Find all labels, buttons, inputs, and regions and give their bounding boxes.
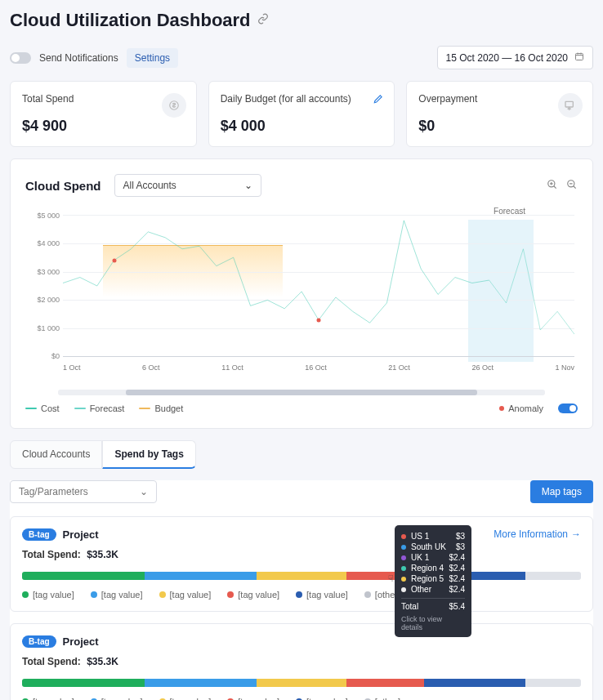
card-total-spend-title: Total Spend — [22, 93, 185, 105]
bar-segment[interactable] — [525, 572, 581, 580]
map-tags-button[interactable]: Map tags — [530, 480, 593, 503]
legend-budget: Budget — [154, 404, 183, 413]
legend-item: [tag value] — [296, 590, 348, 600]
account-select[interactable]: All Accounts ⌄ — [114, 174, 261, 197]
project-legend: [tag value][tag value][tag value][tag va… — [22, 697, 581, 700]
dollar-icon — [162, 93, 186, 118]
legend-item: [tag value] — [22, 697, 74, 700]
zoom-out-icon[interactable] — [566, 179, 578, 193]
legend-anomaly: Anomaly — [508, 404, 543, 413]
overpayment-icon — [558, 93, 583, 118]
zoom-in-icon[interactable] — [547, 179, 558, 193]
card-total-spend-value: $4 900 — [22, 118, 185, 135]
total-spend-value: $35.3K — [87, 549, 118, 560]
notifications-label: Send Notifications — [39, 52, 118, 64]
arrow-right-icon: → — [571, 528, 581, 540]
date-range-picker[interactable]: 15 Oct 2020 — 16 Oct 2020 — [437, 46, 593, 69]
total-spend-value: $35.3K — [87, 656, 118, 667]
chart-plot[interactable] — [63, 215, 574, 357]
total-spend-label: Total Spend: — [22, 656, 81, 667]
chevron-down-icon: ⌄ — [244, 180, 252, 191]
project-tag-badge: B-tag — [22, 635, 56, 648]
chart-scrollbar-thumb[interactable] — [126, 390, 476, 395]
cursor-icon: ☟ — [388, 573, 394, 584]
link-icon[interactable] — [257, 13, 269, 28]
x-axis: 1 Oct6 Oct11 Oct16 Oct21 Oct26 Oct1 Nov — [63, 363, 574, 375]
project-card: B-tag Project Total Spend: $35.3K [tag v… — [10, 623, 593, 700]
legend-item: [tag value] — [227, 590, 279, 600]
legend-item: [tag value] — [227, 697, 279, 700]
card-daily-budget: Daily Budget (for all accounts) $4 000 — [208, 81, 395, 147]
legend-item: [tag value] — [296, 697, 348, 700]
legend-item: [tag value] — [91, 590, 143, 600]
bar-segment[interactable] — [145, 572, 257, 580]
stacked-bar[interactable] — [22, 679, 581, 687]
y-axis: $5 000$4 000$3 000$2 000$1 000$0 — [25, 212, 60, 360]
bar-segment[interactable] — [22, 572, 145, 580]
bar-segment[interactable] — [145, 679, 257, 687]
chevron-down-icon: ⌄ — [140, 486, 148, 497]
tag-parameters-value: Tag/Parameters — [19, 486, 88, 497]
total-spend-label: Total Spend: — [22, 549, 81, 560]
tag-parameters-select[interactable]: Tag/Parameters ⌄ — [10, 480, 157, 503]
card-overpayment-title: Overpayment — [418, 93, 581, 105]
project-card: More Information→ US 1$3South UK$3UK 1$2… — [10, 516, 593, 612]
project-tag-badge: B-tag — [22, 528, 56, 541]
card-overpayment-value: $0 — [418, 118, 581, 135]
tab-cloud-accounts[interactable]: Cloud Accounts — [10, 440, 102, 469]
account-select-value: All Accounts — [123, 180, 176, 191]
legend-item: [tag value] — [22, 590, 74, 600]
card-overpayment: Overpayment $0 — [406, 81, 593, 147]
page-title: Cloud Utilization Dashboard — [10, 10, 251, 31]
svg-rect-0 — [576, 54, 583, 60]
date-range-value: 15 Oct 2020 — 16 Oct 2020 — [446, 52, 568, 64]
legend-item: [tag value] — [91, 697, 143, 700]
cloud-spend-panel: Cloud Spend All Accounts ⌄ Forecast $5 0… — [10, 158, 593, 429]
bar-segment[interactable] — [257, 572, 346, 580]
notifications-toggle[interactable] — [10, 52, 31, 64]
bar-segment[interactable] — [525, 679, 581, 687]
anomaly-dot[interactable] — [112, 258, 116, 262]
card-daily-budget-title: Daily Budget (for all accounts) — [221, 93, 351, 105]
bar-segment[interactable] — [257, 679, 346, 687]
bar-segment[interactable] — [22, 679, 145, 687]
calendar-icon — [574, 51, 584, 64]
chart-legend: Cost Forecast Budget Anomaly — [25, 404, 578, 413]
card-daily-budget-value: $4 000 — [221, 118, 383, 135]
cloud-spend-title: Cloud Spend — [25, 179, 101, 193]
svg-rect-2 — [565, 101, 573, 107]
legend-item: [tag value] — [159, 590, 212, 600]
card-total-spend: Total Spend $4 900 — [10, 81, 197, 147]
bar-segment[interactable] — [424, 679, 525, 687]
project-title: Project — [63, 528, 99, 541]
project-title: Project — [63, 635, 99, 648]
anomaly-toggle[interactable] — [558, 404, 578, 413]
anomaly-dot[interactable] — [317, 318, 321, 322]
more-information-link[interactable]: More Information→ — [494, 528, 581, 540]
project-legend: [tag value][tag value][tag value][tag va… — [22, 590, 581, 600]
settings-button[interactable]: Settings — [127, 48, 178, 68]
legend-item: [tag value] — [159, 697, 212, 700]
tab-spend-by-tags[interactable]: Spend by Tags — [102, 440, 195, 469]
pencil-icon[interactable] — [373, 93, 384, 108]
legend-item: [other] — [364, 697, 400, 700]
chart-scrollbar[interactable] — [58, 390, 545, 395]
stacked-bar[interactable] — [22, 572, 581, 580]
cloud-spend-chart[interactable]: Forecast $5 000$4 000$3 000$2 000$1 000$… — [25, 212, 578, 375]
tooltip: US 1$3South UK$3UK 1$2.4Region 4$2.4Regi… — [395, 525, 471, 637]
bar-segment[interactable] — [346, 679, 425, 687]
legend-cost: Cost — [41, 404, 60, 413]
legend-forecast: Forecast — [90, 404, 125, 413]
